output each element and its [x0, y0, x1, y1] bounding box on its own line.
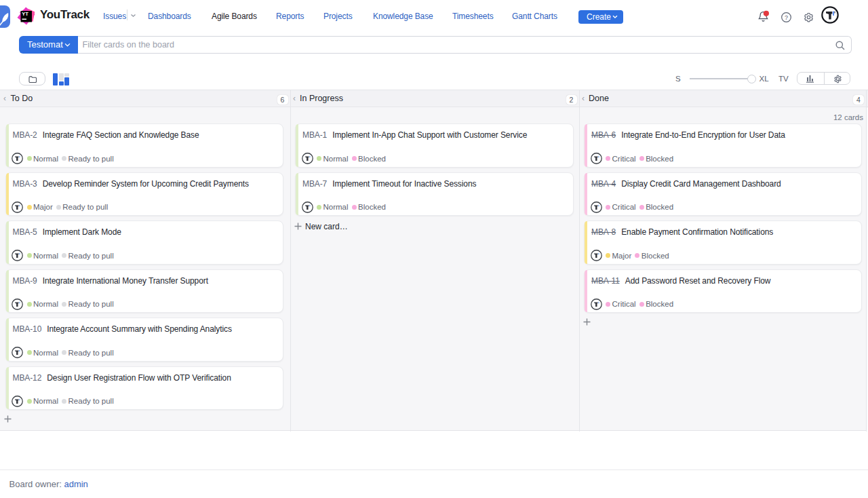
svg-text:?: ? [785, 14, 788, 21]
svg-text:YT: YT [22, 11, 28, 17]
